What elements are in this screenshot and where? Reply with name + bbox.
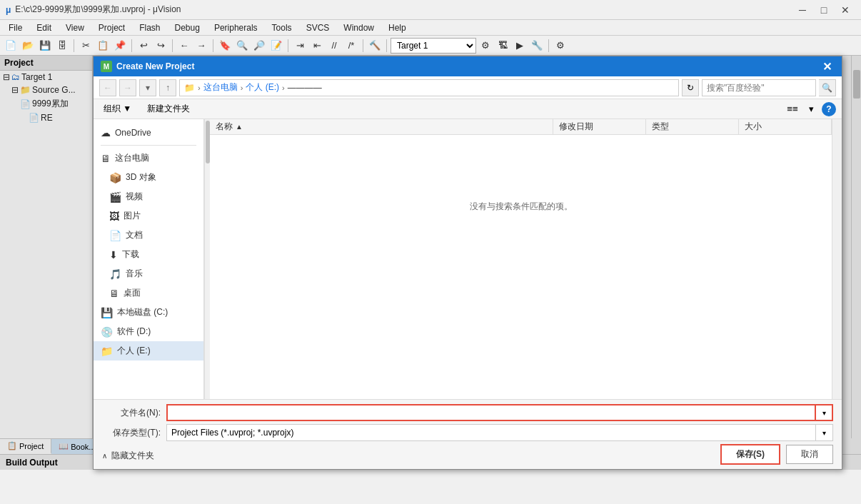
sidebar-video[interactable]: 🎬 视频 <box>94 187 203 206</box>
menu-debug[interactable]: Debug <box>169 21 206 34</box>
sidebar-drive-c[interactable]: 💾 本地磁盘 (C:) <box>94 303 203 322</box>
col-name[interactable]: 名称 ▲ <box>210 119 553 134</box>
menu-file[interactable]: File <box>3 21 28 34</box>
sidebar-onedrive[interactable]: ☁ OneDrive <box>94 124 203 142</box>
search-button[interactable]: 🔍 <box>819 79 836 96</box>
breadcrumb-computer[interactable]: 这台电脑 <box>203 81 238 94</box>
build1-btn[interactable]: 🏗 <box>495 38 510 54</box>
title-bar-left: μ E:\c\29-9999累加\9999累加.uvproj - μVision <box>6 4 181 16</box>
menu-tools[interactable]: Tools <box>266 21 298 34</box>
help-button[interactable]: ? <box>822 102 836 116</box>
magic-btn[interactable]: ⚙ <box>478 38 493 54</box>
save-button[interactable]: 保存(S) <box>720 444 780 465</box>
target-select[interactable]: Target 1 <box>391 38 476 54</box>
sidebar-divider-1 <box>101 145 196 146</box>
dialog-body: ☁ OneDrive 🖥 这台电脑 📦 3D 对象 🎬 视频 🖼 <box>94 119 842 399</box>
menu-help[interactable]: Help <box>383 21 412 34</box>
this-pc-icon: 🖥 <box>101 153 111 164</box>
view-dropdown-button[interactable]: ▾ <box>803 101 819 117</box>
maximize-button[interactable]: □ <box>814 2 834 18</box>
sidebar-downloads[interactable]: ⬇ 下载 <box>94 245 203 264</box>
menu-flash[interactable]: Flash <box>134 21 166 34</box>
filename-input[interactable] <box>166 404 816 421</box>
menu-edit[interactable]: Edit <box>31 21 57 34</box>
nav-back-button[interactable]: ← <box>99 79 116 96</box>
close-button[interactable]: ✕ <box>835 2 855 18</box>
minimize-button[interactable]: ─ <box>792 2 812 18</box>
settings-btn[interactable]: 🔧 <box>529 38 545 54</box>
sidebar-documents[interactable]: 📄 文档 <box>94 226 203 245</box>
open-btn[interactable]: 📂 <box>20 38 36 54</box>
nav-forward-button[interactable]: → <box>119 79 136 96</box>
app-icon: μ <box>6 5 11 15</box>
create-project-dialog: M Create New Project ✕ ← → ▾ ↑ 📁 › 这台电脑 … <box>93 56 842 470</box>
comment-btn[interactable]: // <box>326 38 342 54</box>
dialog-close-button[interactable]: ✕ <box>820 60 835 74</box>
search-input[interactable] <box>702 79 816 96</box>
find-btn[interactable]: 🔍 <box>234 38 250 54</box>
view-list-button[interactable]: ≡≡ <box>785 101 800 117</box>
sidebar-3d[interactable]: 📦 3D 对象 <box>94 168 203 187</box>
bookmark-btn[interactable]: 🔖 <box>217 38 233 54</box>
paste-btn[interactable]: 📌 <box>112 38 128 54</box>
filename-dropdown[interactable]: ▾ <box>816 404 833 421</box>
filename-row: 文件名(N): ▾ <box>102 404 833 421</box>
menu-project[interactable]: Project <box>93 21 131 34</box>
copy-btn[interactable]: 📋 <box>95 38 111 54</box>
save-all-btn[interactable]: 🗄 <box>54 38 70 54</box>
cancel-button[interactable]: 取消 <box>786 445 833 464</box>
breadcrumb-drive[interactable]: 个人 (E:) <box>246 81 279 94</box>
col-type[interactable]: 类型 <box>646 119 739 134</box>
undo-btn[interactable]: ↩ <box>136 38 151 54</box>
nav-dropdown-button[interactable]: ▾ <box>139 79 156 96</box>
file-content-area: 名称 ▲ 修改日期 类型 大小 没有与搜索条件匹配的项。 <box>210 119 832 399</box>
config-btn[interactable]: ⚙ <box>553 38 568 54</box>
organize-label: 组织 ▼ <box>104 103 131 115</box>
menu-svcs[interactable]: SVCS <box>301 21 336 34</box>
sidebar-music[interactable]: 🎵 音乐 <box>94 264 203 283</box>
back-btn[interactable]: ← <box>176 38 192 54</box>
filetype-input[interactable] <box>166 424 816 441</box>
sep7 <box>386 39 387 52</box>
build2-btn[interactable]: ▶ <box>512 38 528 54</box>
sidebar-scrollbar[interactable] <box>204 119 210 399</box>
compile-icon-btn[interactable]: 🔨 <box>367 38 383 54</box>
sidebar-pictures[interactable]: 🖼 图片 <box>94 206 203 226</box>
redo-btn[interactable]: ↪ <box>153 38 168 54</box>
window-title: E:\c\29-9999累加\9999累加.uvproj - μVision <box>15 4 181 16</box>
sep4 <box>213 39 213 52</box>
empty-message: 没有与搜索条件匹配的项。 <box>470 201 573 213</box>
new-file-btn[interactable]: 📄 <box>3 38 19 54</box>
sidebar-drive-e[interactable]: 📁 个人 (E:) <box>94 341 203 361</box>
drive-d-icon: 💿 <box>101 326 113 338</box>
uncomment-btn[interactable]: /* <box>343 38 359 54</box>
fwd-btn[interactable]: → <box>193 38 209 54</box>
content-scrollbar[interactable] <box>832 119 842 399</box>
nav-up-button[interactable]: ↑ <box>159 79 176 96</box>
refresh-button[interactable]: ↻ <box>682 79 699 96</box>
menu-view[interactable]: View <box>60 21 90 34</box>
empty-state: 没有与搜索条件匹配的项。 <box>210 135 832 278</box>
organize-button[interactable]: 组织 ▼ <box>99 101 136 116</box>
outdent-btn[interactable]: ⇤ <box>309 38 325 54</box>
sidebar-drive-d[interactable]: 💿 软件 (D:) <box>94 322 203 341</box>
sidebar-this-pc[interactable]: 🖥 这台电脑 <box>94 148 203 168</box>
col-size[interactable]: 大小 <box>739 119 832 134</box>
drive-c-icon: 💾 <box>101 307 113 318</box>
indent-btn[interactable]: ⇥ <box>292 38 308 54</box>
sidebar-desktop[interactable]: 🖥 桌面 <box>94 283 203 303</box>
cut-btn[interactable]: ✂ <box>78 38 94 54</box>
sidebar-scroll-thumb[interactable] <box>206 121 210 163</box>
save-btn[interactable]: 💾 <box>37 38 53 54</box>
find3-btn[interactable]: 📝 <box>268 38 284 54</box>
downloads-icon: ⬇ <box>109 249 118 261</box>
col-modified[interactable]: 修改日期 <box>553 119 646 134</box>
find2-btn[interactable]: 🔎 <box>251 38 267 54</box>
view-controls: ≡≡ ▾ ? <box>785 101 836 117</box>
new-folder-label: 新建文件夹 <box>147 104 190 114</box>
menu-peripherals[interactable]: Peripherals <box>208 21 263 34</box>
filetype-dropdown[interactable]: ▾ <box>816 424 833 441</box>
new-folder-button[interactable]: 新建文件夹 <box>141 101 196 116</box>
menu-window[interactable]: Window <box>338 21 380 34</box>
address-bar: 📁 › 这台电脑 › 个人 (E:) › ———— <box>179 79 679 96</box>
